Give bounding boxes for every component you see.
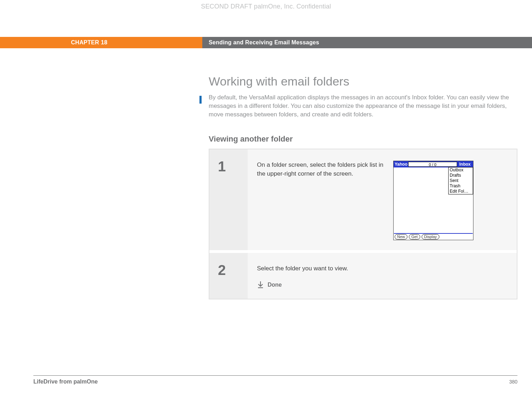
step-number-cell: 2 (209, 253, 248, 298)
folder-option[interactable]: Outbox (449, 167, 473, 173)
device-current-folder[interactable]: Inbox (458, 162, 472, 167)
folder-option[interactable]: Trash (449, 183, 473, 189)
step: 2 Select the folder you want to view. Do… (209, 253, 517, 298)
revision-change-bar (199, 96, 202, 104)
done-indicator: Done (257, 281, 508, 289)
folder-option[interactable]: Sent (449, 178, 473, 183)
chapter-header-bar: CHAPTER 18 Sending and Receiving Email M… (0, 37, 532, 48)
step-number-cell: 1 (209, 149, 248, 250)
step-instruction: On a folder screen, select the folders p… (257, 161, 385, 178)
page-footer: LifeDrive from palmOne 380 (33, 375, 517, 385)
arrow-down-stop-icon (257, 281, 264, 289)
section-subhead: Viewing another folder (209, 134, 517, 144)
device-message-count: 0 / 0 (408, 162, 457, 167)
folder-option[interactable]: Drafts (449, 173, 473, 178)
folder-option-edit[interactable]: Edit Fol… (449, 189, 473, 194)
chapter-label: CHAPTER 18 (0, 37, 202, 48)
device-display-button[interactable]: Display (422, 234, 439, 239)
step: 1 On a folder screen, select the folders… (209, 149, 517, 253)
device-new-button[interactable]: New (395, 234, 407, 239)
confidential-watermark: SECOND DRAFT palmOne, Inc. Confidential (0, 3, 532, 10)
steps-container: 1 On a folder screen, select the folders… (209, 149, 517, 299)
section-title: Sending and Receiving Email Messages (202, 39, 532, 46)
device-folder-picklist[interactable]: Outbox Drafts Sent Trash Edit Fol… (448, 167, 473, 194)
device-get-button[interactable]: Get (409, 234, 420, 239)
footer-product-name: LifeDrive from palmOne (33, 379, 98, 385)
footer-page-number: 380 (509, 379, 517, 385)
page-title: Working with email folders (209, 75, 517, 88)
device-title-bar: Yahoo 0 / 0 Inbox (394, 161, 473, 167)
device-screenshot: Yahoo 0 / 0 Inbox Outbox Drafts Sent Tra… (393, 161, 473, 240)
step-number: 1 (218, 159, 226, 175)
step-number: 2 (218, 262, 226, 278)
device-button-bar: New Get Display (394, 233, 473, 239)
step-body: On a folder screen, select the folders p… (248, 149, 517, 250)
step-instruction: Select the folder you want to view. (257, 264, 508, 273)
step-body: Select the folder you want to view. Done (248, 253, 517, 298)
done-label: Done (268, 282, 282, 288)
intro-paragraph: By default, the VersaMail application di… (209, 93, 517, 119)
device-account-name: Yahoo (395, 162, 407, 167)
